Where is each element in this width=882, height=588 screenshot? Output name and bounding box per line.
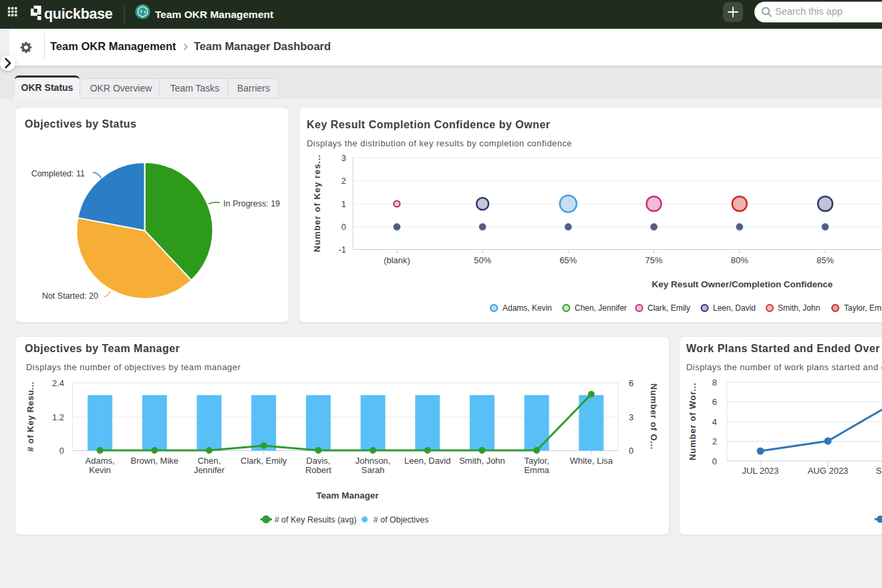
svg-text:8: 8 — [712, 378, 717, 388]
svg-text:Chen,: Chen, — [198, 456, 221, 466]
svg-text:50%: 50% — [474, 255, 491, 265]
svg-text:Taylor,: Taylor, — [524, 456, 549, 466]
svg-text:Completed: 11: Completed: 11 — [31, 169, 85, 178]
svg-text:6: 6 — [629, 378, 633, 388]
svg-text:Chen, Jennifer: Chen, Jennifer — [575, 303, 627, 313]
svg-text:0: 0 — [59, 446, 64, 456]
svg-text:Smith, John: Smith, John — [459, 456, 505, 466]
svg-text:Key Result Owner/Completion Co: Key Result Owner/Completion Confidence — [652, 279, 833, 289]
svg-text:SEP 2023: SEP 2023 — [876, 466, 882, 476]
svg-text:0: 0 — [341, 222, 346, 232]
svg-text:Number of O...: Number of O... — [649, 384, 659, 450]
svg-text:80%: 80% — [731, 255, 748, 265]
svg-text:Johnson,: Johnson, — [355, 456, 391, 466]
svg-text:In Progress: 19: In Progress: 19 — [223, 199, 280, 208]
svg-text:Number of Wor...: Number of Wor... — [688, 382, 698, 460]
svg-text:Brown, Mike: Brown, Mike — [131, 456, 179, 466]
svg-text:White, Lisa: White, Lisa — [570, 456, 613, 466]
svg-text:Taylor, Emma: Taylor, Emma — [844, 303, 882, 313]
svg-text:2.4: 2.4 — [52, 378, 64, 388]
svg-text:Leen, David: Leen, David — [404, 456, 450, 466]
svg-text:6: 6 — [712, 397, 717, 407]
svg-text:Smith, John: Smith, John — [778, 303, 820, 313]
svg-text:2: 2 — [712, 436, 717, 446]
svg-text:Clark, Emily: Clark, Emily — [647, 303, 690, 313]
svg-text:Emma: Emma — [524, 465, 549, 475]
svg-text:AUG 2023: AUG 2023 — [808, 466, 849, 476]
svg-text:Robert: Robert — [305, 465, 331, 475]
svg-text:# of Key Resu...: # of Key Resu... — [25, 382, 35, 452]
svg-text:0: 0 — [629, 446, 633, 456]
svg-text:Kevin: Kevin — [89, 465, 111, 475]
svg-text:85%: 85% — [817, 255, 834, 265]
svg-text:# of Key Results (avg): # of Key Results (avg) — [275, 515, 357, 525]
svg-text:4: 4 — [712, 417, 717, 427]
svg-text:75%: 75% — [645, 255, 663, 265]
svg-text:Adams, Kevin: Adams, Kevin — [502, 303, 552, 313]
svg-text:Sarah: Sarah — [361, 465, 385, 475]
svg-text:3: 3 — [341, 153, 346, 163]
svg-text:Number of Key res...: Number of Key res... — [312, 154, 322, 252]
svg-text:3: 3 — [629, 412, 633, 422]
svg-text:Jennifer: Jennifer — [194, 465, 225, 475]
svg-text:Adams,: Adams, — [86, 456, 115, 466]
svg-text:(blank): (blank) — [384, 255, 410, 265]
svg-text:-1: -1 — [338, 245, 346, 255]
svg-text:2: 2 — [341, 176, 346, 186]
svg-text:0: 0 — [712, 456, 717, 466]
svg-text:65%: 65% — [559, 255, 577, 265]
svg-text:Team Manager: Team Manager — [316, 490, 379, 500]
svg-text:1.2: 1.2 — [52, 412, 64, 422]
svg-text:# of Objectives: # of Objectives — [374, 515, 429, 525]
svg-text:Not Started: 20: Not Started: 20 — [42, 291, 98, 301]
svg-text:Clark, Emily: Clark, Emily — [241, 456, 287, 466]
svg-text:Davis,: Davis, — [306, 456, 330, 466]
svg-text:1: 1 — [341, 199, 346, 209]
svg-text:Leen, David: Leen, David — [713, 303, 756, 313]
svg-text:JUL 2023: JUL 2023 — [742, 466, 778, 476]
